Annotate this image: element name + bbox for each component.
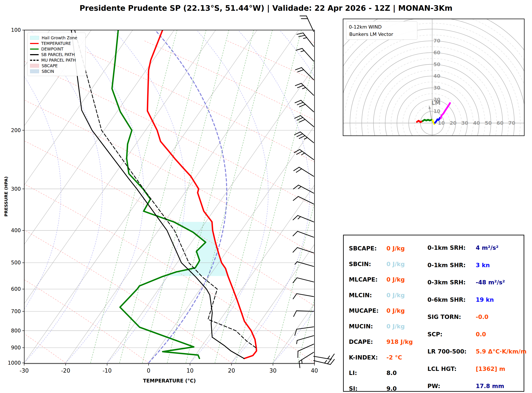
- pressure-tick-label: 200: [11, 127, 21, 133]
- wind-barb: [297, 33, 314, 46]
- legend-item: 0-12km WIND: [349, 23, 415, 30]
- legend-swatch-patch: [30, 64, 39, 68]
- index-value: 0 J/kg: [386, 261, 405, 267]
- wind-barb: [293, 196, 314, 204]
- temperature-tick-label: 30: [269, 368, 277, 374]
- index-value: 5.9 Δ°C·K/km/m: [476, 348, 527, 355]
- pressure-tick-label: 500: [11, 260, 21, 266]
- index-row: MLCIN:0 J/kg: [349, 292, 372, 299]
- hodograph-v-label: 70: [434, 38, 440, 44]
- temperature-tick-label: -30: [20, 368, 29, 374]
- legend-swatch-patch: [30, 69, 39, 73]
- legend-label: DEWPOINT: [41, 47, 63, 51]
- hodograph-u-label: 50: [485, 120, 492, 126]
- mixing-ratio-line: [142, 30, 229, 363]
- wind-barb: [294, 167, 314, 176]
- moist-adiabat-line: [107, 30, 185, 363]
- index-label: SCP:: [427, 331, 443, 338]
- index-label: 0-1km SHR:: [427, 262, 466, 268]
- wind-barb: [295, 83, 314, 95]
- hodograph-plot-area: 1010202030304040505060607070LM: [315, 5, 532, 241]
- index-row: DCAPE:918 J/kg: [349, 339, 373, 345]
- index-label: 0-1km SRH:: [427, 244, 466, 251]
- skewt-frame: [24, 30, 315, 364]
- index-row: K-INDEX:-2 °C: [349, 354, 378, 361]
- index-label: PW:: [427, 383, 440, 389]
- index-row: SBCAPE:0 J/kg: [349, 245, 377, 252]
- temperature-tick-label: 10: [186, 368, 194, 374]
- legend-item: SBCAPE: [30, 63, 83, 69]
- index-row: LCL HGT:[1362] m: [427, 365, 457, 372]
- index-label: MUCIN:: [349, 323, 373, 330]
- hodograph-u-label: 30: [461, 120, 468, 126]
- hodograph-wind-trace: [423, 120, 432, 121]
- legend-label: SBCAPE: [42, 63, 58, 68]
- index-label: SBCAPE:: [349, 245, 377, 252]
- page: Presidente Prudente SP (22.13°S, 51.44°W…: [0, 0, 532, 393]
- legend-item: MU PARCEL PATH: [30, 57, 83, 63]
- legend-item: Bunkers LM Vector: [349, 30, 415, 38]
- index-value: 0.0: [476, 331, 486, 338]
- index-value: 17.8 mm: [476, 383, 504, 389]
- moist-adiabat-line: [24, 30, 102, 363]
- x-axis-title: TEMPERATURE (°C): [24, 378, 315, 383]
- legend-label: Hail Growth Zone: [42, 35, 77, 40]
- legend-label: TEMPERATURE: [41, 41, 71, 46]
- y-axis-title: PRESSURE (HPA): [3, 158, 9, 235]
- index-value: -48 m²/s²: [476, 279, 505, 286]
- wind-barb: [299, 352, 314, 368]
- pressure-tick-label: 800: [11, 328, 21, 334]
- pressure-tick-label: 900: [11, 345, 21, 351]
- pressure-tick-label: 400: [11, 227, 21, 233]
- isotherm-line: [0, 30, 215, 363]
- hodograph-v-label: 30: [434, 85, 440, 91]
- moist-adiabat-line: [273, 30, 351, 363]
- index-row: SCP:0.0: [427, 331, 443, 338]
- dry-adiabat-line: [0, 41, 149, 363]
- pressure-tick-label: 600: [11, 286, 21, 292]
- index-label: SBCIN:: [349, 261, 371, 267]
- indices-table: SBCAPE:0 J/kgSBCIN:0 J/kgMLCAPE:0 J/kgML…: [343, 235, 524, 392]
- index-label: LCL HGT:: [427, 365, 457, 372]
- mixing-ratio-line: [120, 30, 206, 363]
- isotherm-line: [66, 30, 299, 363]
- index-value: 918 J/kg: [386, 339, 413, 345]
- index-row: 0-6km SHR:19 kn: [427, 296, 466, 303]
- moist-adiabat-line: [190, 30, 268, 363]
- bunkers-lm-label: LM: [431, 100, 440, 106]
- mixing-ratio-line: [167, 30, 254, 363]
- mixing-ratio-line: [215, 30, 301, 363]
- wind-barb: [293, 215, 314, 222]
- pressure-tick-label: 1000: [8, 360, 21, 366]
- index-label: MLCIN:: [349, 292, 372, 299]
- legend-label: SB PARCEL PATH: [41, 52, 75, 57]
- mu-parcel-path-curve: [75, 30, 257, 349]
- hodograph-u-label: 70: [508, 120, 515, 126]
- index-row: SIG TORN:-0.0: [427, 314, 461, 320]
- index-row: SBCIN:0 J/kg: [349, 261, 371, 267]
- legend-swatch-line: [30, 54, 39, 55]
- moist-adiabat-highlight-line: [149, 30, 227, 363]
- legend-label: Bunkers LM Vector: [349, 32, 393, 37]
- moist-adiabat-line: [0, 30, 61, 363]
- index-value: 3 kn: [476, 262, 490, 268]
- legend-item: Hail Growth Zone: [30, 35, 83, 41]
- pressure-tick-label: 100: [11, 27, 21, 33]
- hodograph-u-label: 20: [449, 120, 456, 126]
- hodograph-v-label: 10: [434, 108, 440, 114]
- dry-adiabat-line: [0, 41, 397, 363]
- index-label: LR 700-500:: [427, 348, 467, 355]
- legend-item: TEMPERATURE: [30, 41, 83, 46]
- hodograph-u-label: 40: [473, 120, 480, 126]
- legend-item: SBCIN: [30, 69, 83, 74]
- index-row: SI:9.0: [349, 385, 357, 392]
- hodograph-v-label: 60: [434, 50, 440, 55]
- dry-adiabat-line: [0, 41, 315, 363]
- index-value: 4 m²/s²: [476, 244, 498, 251]
- legend-item: SB PARCEL PATH: [30, 52, 83, 57]
- index-label: SI:: [349, 385, 357, 392]
- index-value: 0 J/kg: [386, 276, 405, 283]
- skewt-legend: Hail Growth ZoneTEMPERATUREDEWPOINTSB PA…: [27, 33, 86, 76]
- index-value: 9.0: [386, 385, 397, 392]
- index-label: DCAPE:: [349, 339, 373, 345]
